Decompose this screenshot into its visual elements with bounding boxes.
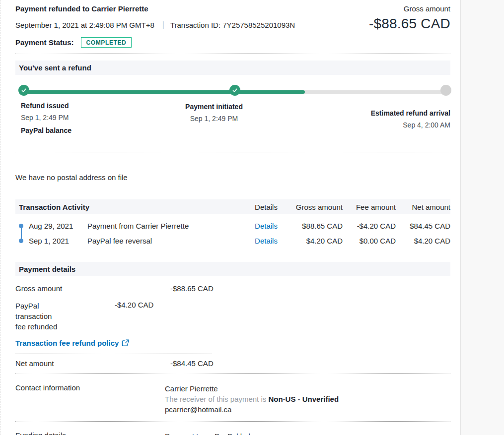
transaction-fee-row: PayPal transaction fee refunded -$4.20 C… — [15, 301, 450, 332]
net-amount-row: Net amount -$84.45 CAD — [15, 359, 450, 368]
separator — [15, 354, 212, 354]
tracker-step-refund-issued: Refund issued Sep 1, 2:49 PM PayPal bala… — [21, 100, 72, 136]
contact-information-label: Contact information — [15, 383, 165, 415]
transaction-activity-section: Transaction Activity Details Gross amoun… — [15, 199, 450, 248]
status-badge: COMPLETED — [81, 37, 132, 48]
details-link[interactable]: Details — [255, 222, 278, 230]
activity-fee: -$4.20 CAD — [343, 222, 396, 230]
payment-type: Payment type: PayPal balance — [165, 431, 327, 435]
activity-header-row: Transaction Activity Details Gross amoun… — [15, 199, 450, 214]
gross-amount-row: Gross amount -$88.65 CAD — [15, 284, 450, 293]
activity-gross: $88.65 CAD — [281, 222, 343, 230]
funding-details-label: Funding details — [15, 431, 165, 435]
separator — [15, 152, 450, 152]
payment-details-section: Payment details Gross amount -$88.65 CAD… — [15, 262, 450, 435]
tracker-progress-fill — [19, 90, 305, 94]
step-time: Sep 1, 2:49 PM — [21, 112, 72, 124]
funding-details-row: Funding details Payment type: PayPal bal… — [15, 431, 450, 435]
table-row: Sep 1, 2021 PayPal fee reversal Details … — [15, 233, 450, 248]
payment-status-line: Payment Status: COMPLETED — [15, 37, 295, 48]
step-pending-icon — [440, 85, 451, 96]
receiver-status-line: The receiver of this payment is Non-US -… — [165, 394, 339, 404]
step-label: Payment initiated — [185, 101, 243, 113]
activity-date: Aug 29, 2021 — [29, 222, 87, 230]
column-header-gross: Gross amount — [281, 203, 343, 211]
column-header-details: Details — [251, 203, 281, 211]
step-method: PayPal balance — [21, 124, 72, 136]
receiver-status: Non-US - Unverified — [268, 395, 339, 403]
payment-details-title: Payment details — [15, 262, 450, 276]
contact-email: pcarrier@hotmail.ca — [165, 404, 339, 415]
transaction-header: Payment refunded to Carrier Pierrette Se… — [15, 0, 450, 48]
step-time: Sep 1, 2:49 PM — [185, 113, 243, 124]
check-icon — [232, 87, 238, 93]
contact-information-value: Carrier Pierrette The receiver of this p… — [165, 383, 339, 415]
transaction-header-left: Payment refunded to Carrier Pierrette Se… — [15, 4, 295, 48]
tracker-step-estimated-arrival: Estimated refund arrival Sep 4, 2:00 AM — [371, 107, 450, 131]
step-complete-icon — [229, 85, 240, 96]
external-link-icon — [122, 339, 129, 347]
activity-gross: $4.20 CAD — [281, 237, 343, 245]
fee-policy-row: Transaction fee refund policy — [15, 339, 450, 347]
timeline-connector — [21, 228, 22, 239]
divider: | — [162, 20, 164, 29]
row-label: Gross amount — [15, 284, 170, 293]
timeline-dot-icon — [19, 239, 23, 243]
separator — [15, 373, 450, 374]
column-header-net: Net amount — [396, 203, 450, 211]
activity-date: Sep 1, 2021 — [29, 237, 87, 245]
tracker-step-payment-initiated: Payment initiated Sep 1, 2:49 PM — [185, 101, 243, 124]
row-label: Net amount — [15, 359, 170, 368]
table-row: Aug 29, 2021 Payment from Carrier Pierre… — [15, 218, 450, 233]
funding-details-value: Payment type: PayPal balance Payment met… — [165, 431, 327, 435]
step-label: Refund issued — [21, 100, 72, 112]
gross-amount-label: Gross amount — [369, 4, 450, 13]
separator — [15, 54, 450, 54]
page-title: Payment refunded to Carrier Pierrette — [15, 4, 295, 13]
activity-net: $4.20 CAD — [396, 237, 450, 245]
gross-amount-value: -$88.65 CAD — [369, 16, 450, 32]
refund-tracker-title: You've sent a refund — [15, 61, 450, 75]
details-link[interactable]: Details — [255, 237, 278, 245]
receiver-prefix: The receiver of this payment is — [165, 395, 268, 403]
date-line: September 1, 2021 at 2:49:08 PM GMT+8 | … — [15, 20, 295, 29]
activity-description: PayPal fee reversal — [87, 237, 251, 245]
activity-fee: $0.00 CAD — [343, 237, 396, 245]
activity-description: Payment from Carrier Pierrette — [87, 222, 251, 230]
activity-net: $84.45 CAD — [396, 222, 450, 230]
step-complete-icon — [18, 85, 29, 96]
contact-name: Carrier Pierrette — [165, 383, 339, 394]
transaction-date: September 1, 2021 at 2:49:08 PM GMT+8 — [15, 21, 154, 29]
transaction-id: Transaction ID: 7Y25758525201093N — [170, 21, 295, 29]
separator — [15, 421, 450, 422]
row-value: -$4.20 CAD — [115, 301, 153, 332]
payment-status-label: Payment Status: — [15, 38, 74, 47]
step-time: Sep 4, 2:00 AM — [371, 119, 450, 131]
row-label: PayPal transaction fee refunded — [15, 301, 115, 332]
column-header-fee: Fee amount — [343, 203, 396, 211]
contact-information-row: Contact information Carrier Pierrette Th… — [15, 383, 450, 415]
transaction-header-right: Gross amount -$88.65 CAD — [369, 4, 450, 48]
refund-tracker: Refund issued Sep 1, 2:49 PM PayPal bala… — [15, 75, 450, 152]
transaction-fee-refund-policy-link[interactable]: Transaction fee refund policy — [15, 339, 119, 347]
step-label: Estimated refund arrival — [371, 107, 450, 119]
transaction-detail-panel: Payment refunded to Carrier Pierrette Se… — [0, 0, 461, 435]
check-icon — [21, 87, 27, 93]
row-value: -$88.65 CAD — [170, 284, 214, 293]
activity-title: Transaction Activity — [15, 203, 251, 211]
row-value: -$84.45 CAD — [170, 359, 214, 368]
postal-address-note: We have no postal address on file — [15, 173, 450, 182]
activity-rows: Aug 29, 2021 Payment from Carrier Pierre… — [15, 218, 450, 248]
